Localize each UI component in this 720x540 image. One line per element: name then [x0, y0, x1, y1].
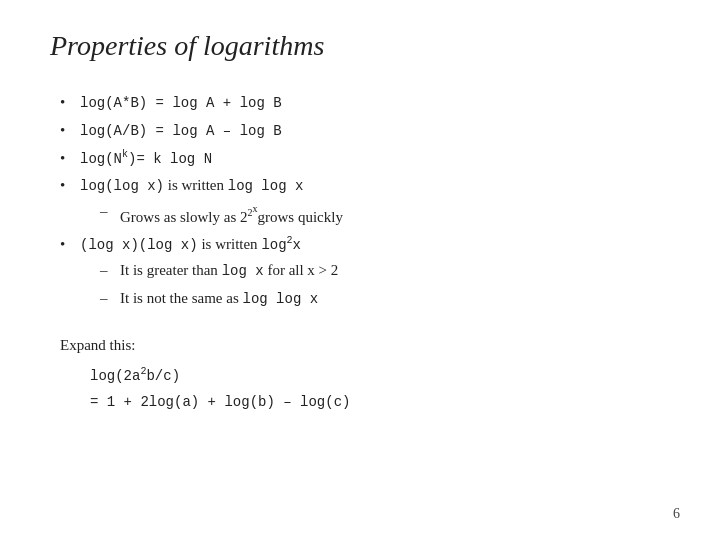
sub-5-2-text: It is not the same as log log x [120, 290, 318, 306]
bullet-list: log(A*B) = log A + log B log(A/B) = log … [50, 90, 670, 311]
expand-result-text: = 1 + 2log(a) + log(b) – log(c) [90, 394, 350, 410]
item-3-text: log(Nk)= k log N [80, 151, 212, 167]
list-item-1: log(A*B) = log A + log B [60, 90, 670, 116]
expand-result: = 1 + 2log(a) + log(b) – log(c) [60, 389, 670, 415]
list-item-2: log(A/B) = log A – log B [60, 118, 670, 144]
expand-expr-text: log(2a2b/c) [90, 368, 180, 384]
expand-section: Expand this: log(2a2b/c) = 1 + 2log(a) +… [50, 333, 670, 414]
sub-item-4-1: Grows as slowly as 22xgrows quickly [80, 199, 670, 230]
slide: Properties of logarithms log(A*B) = log … [0, 0, 720, 540]
expand-title: Expand this: [60, 333, 670, 359]
item-5-text: (log x)(log x) is written log2x [80, 236, 301, 252]
item-4-text: log(log x) is written log log x [80, 177, 303, 193]
sub-4-1-text: Grows as slowly as 22xgrows quickly [120, 209, 343, 225]
page-number: 6 [673, 506, 680, 522]
list-item-5: (log x)(log x) is written log2x It is gr… [60, 232, 670, 311]
item-2-text: log(A/B) = log A – log B [80, 123, 282, 139]
list-item-3: log(Nk)= k log N [60, 146, 670, 172]
slide-title: Properties of logarithms [50, 30, 670, 62]
content-area: log(A*B) = log A + log B log(A/B) = log … [50, 90, 670, 415]
sub-item-5-2: It is not the same as log log x [80, 286, 670, 312]
list-item-4: log(log x) is written log log x Grows as… [60, 173, 670, 230]
sub-5-1-text: It is greater than log x for all x > 2 [120, 262, 338, 278]
item-1-text: log(A*B) = log A + log B [80, 95, 282, 111]
sub-item-5-1: It is greater than log x for all x > 2 [80, 258, 670, 284]
expand-expression: log(2a2b/c) [60, 363, 670, 389]
